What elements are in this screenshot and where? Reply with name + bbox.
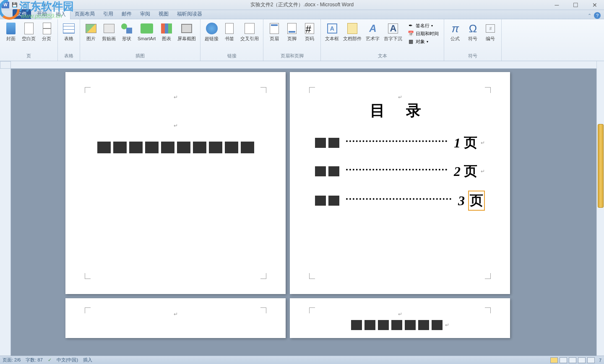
ruler-horizontal[interactable] bbox=[11, 61, 596, 69]
shapes-button[interactable]: 形状 bbox=[118, 21, 135, 42]
margin-corner-icon bbox=[260, 273, 266, 279]
group-text-label: 文本 bbox=[323, 52, 441, 59]
pagenumber-button[interactable]: #页码 bbox=[301, 21, 318, 42]
zoom-level[interactable]: 7 bbox=[599, 358, 601, 363]
tab-pagelayout[interactable]: 页面布局 bbox=[70, 9, 99, 19]
save-icon[interactable]: 💾 bbox=[10, 1, 19, 9]
page-break-icon bbox=[42, 23, 51, 34]
blank-page-button[interactable]: 空白页 bbox=[20, 21, 37, 42]
margin-corner-icon bbox=[309, 273, 315, 279]
ribbon-tabs: 文件 开始 插入 页面布局 引用 邮件 审阅 视图 福昕阅读器 ⌃ ? bbox=[0, 10, 604, 19]
group-illustrations-label: 插图 bbox=[83, 52, 198, 59]
table-icon bbox=[63, 23, 75, 34]
bookmark-button[interactable]: 书签 bbox=[221, 21, 238, 42]
quickparts-button[interactable]: 文档部件 bbox=[341, 21, 363, 42]
view-draft-button[interactable] bbox=[587, 357, 595, 363]
table-button[interactable]: 表格 bbox=[60, 21, 77, 42]
document-page-1[interactable]: ↵ ↵ bbox=[65, 72, 286, 294]
qat-dropdown-icon[interactable]: ▾ bbox=[40, 1, 49, 9]
view-weblayout-button[interactable] bbox=[569, 357, 576, 363]
close-button[interactable]: ✕ bbox=[585, 0, 604, 10]
smartart-button[interactable]: SmartArt bbox=[136, 21, 157, 42]
tab-review[interactable]: 审阅 bbox=[136, 9, 154, 19]
scrollbar-vertical[interactable] bbox=[596, 61, 604, 356]
document-viewport[interactable]: ↵ ↵ ↵ 目 录 1 页 ↵ bbox=[11, 69, 596, 356]
tab-references[interactable]: 引用 bbox=[99, 9, 117, 19]
group-pages: 封面 空白页 分页 页 bbox=[0, 19, 58, 61]
status-page[interactable]: 页面: 2/6 bbox=[3, 357, 21, 363]
text-cursor[interactable]: 页 bbox=[468, 191, 485, 211]
tab-file[interactable]: 文件 bbox=[13, 9, 31, 19]
titlebar: W 💾 ↶ ↷ ▾ 实验文件2（正式文件）.docx - Microsoft W… bbox=[0, 0, 604, 10]
cover-page-button[interactable]: 封面 bbox=[3, 21, 19, 42]
tab-foxit[interactable]: 福昕阅读器 bbox=[173, 9, 206, 19]
undo-icon[interactable]: ↶ bbox=[20, 1, 29, 9]
toc-entry-3: 3 页 bbox=[315, 191, 485, 211]
footer-button[interactable]: 页脚 bbox=[284, 21, 300, 42]
symbol-button[interactable]: Ω符号 bbox=[464, 21, 481, 42]
equation-button[interactable]: π公式 bbox=[447, 21, 463, 42]
redacted-text: ↵ bbox=[313, 320, 487, 330]
view-printlayout-button[interactable] bbox=[550, 357, 558, 363]
quickparts-icon bbox=[347, 23, 357, 34]
shapes-icon bbox=[121, 23, 132, 34]
scrollbar-thumb[interactable] bbox=[598, 124, 604, 208]
status-language[interactable]: 中文(中国) bbox=[57, 357, 78, 363]
tab-mailings[interactable]: 邮件 bbox=[117, 9, 136, 19]
dropcap-button[interactable]: A首字下沉 bbox=[382, 21, 404, 42]
status-mode[interactable]: 插入 bbox=[83, 357, 92, 363]
minimize-button[interactable]: ─ bbox=[547, 0, 566, 10]
datetime-button[interactable]: 📅日期和时间 bbox=[406, 30, 440, 37]
hyperlink-button[interactable]: 超链接 bbox=[203, 21, 220, 42]
document-page-2[interactable]: ↵ 目 录 1 页 ↵ 2 页 ↵ bbox=[290, 72, 510, 294]
dropcap-icon: A bbox=[388, 23, 398, 34]
screenshot-icon bbox=[181, 24, 192, 33]
group-links: 超链接 书签 交叉引用 链接 bbox=[200, 19, 263, 61]
tab-home[interactable]: 开始 bbox=[33, 9, 51, 19]
minimize-ribbon-icon[interactable]: ⌃ bbox=[588, 13, 591, 18]
document-page-4[interactable]: ↵ ↵ bbox=[290, 298, 510, 338]
tab-view[interactable]: 视图 bbox=[154, 9, 173, 19]
clipart-button[interactable]: 剪贴画 bbox=[100, 21, 117, 42]
document-page-3[interactable]: ↵ bbox=[65, 298, 286, 338]
margin-corner-icon bbox=[260, 307, 266, 313]
picture-button[interactable]: 图片 bbox=[83, 21, 99, 42]
status-words[interactable]: 字数: 87 bbox=[26, 357, 42, 363]
pagenumber-icon: # bbox=[305, 23, 314, 34]
screenshot-button[interactable]: 屏幕截图 bbox=[176, 21, 198, 42]
number-button[interactable]: #编号 bbox=[482, 21, 499, 42]
paragraph-mark-icon: ↵ bbox=[445, 322, 449, 328]
signature-icon: ✒ bbox=[407, 22, 414, 29]
margin-corner-icon bbox=[85, 307, 91, 313]
margin-corner-icon bbox=[485, 87, 491, 93]
help-icon[interactable]: ? bbox=[594, 12, 601, 19]
symbol-icon: Ω bbox=[469, 22, 477, 35]
redacted-title bbox=[91, 142, 260, 153]
group-pages-label: 页 bbox=[3, 52, 55, 59]
tab-insert[interactable]: 插入 bbox=[51, 9, 70, 19]
status-proof-icon[interactable]: ✓ bbox=[48, 357, 52, 363]
redo-icon[interactable]: ↷ bbox=[30, 1, 39, 9]
paragraph-mark-icon: ↵ bbox=[174, 94, 178, 100]
chart-button[interactable]: 图表 bbox=[158, 21, 175, 42]
object-icon: ▦ bbox=[407, 38, 414, 45]
header-button[interactable]: 页眉 bbox=[266, 21, 283, 42]
chart-icon bbox=[161, 23, 172, 34]
wordart-button[interactable]: A艺术字 bbox=[364, 21, 381, 42]
paragraph-mark-icon: ↵ bbox=[481, 168, 485, 174]
margin-corner-icon bbox=[260, 87, 266, 93]
textbox-button[interactable]: A文本框 bbox=[323, 21, 341, 42]
crossref-button[interactable]: 交叉引用 bbox=[239, 21, 260, 42]
object-button[interactable]: ▦对象▾ bbox=[406, 38, 440, 45]
paragraph-mark-icon: ↵ bbox=[398, 94, 402, 100]
view-fullscreen-button[interactable] bbox=[560, 357, 567, 363]
window-controls: ─ ☐ ✕ bbox=[547, 0, 604, 10]
view-outline-button[interactable] bbox=[578, 357, 586, 363]
signature-line-button[interactable]: ✒签名行▾ bbox=[406, 22, 440, 29]
group-text: A文本框 文档部件 A艺术字 A首字下沉 ✒签名行▾ 📅日期和时间 ▦对象▾ 文… bbox=[321, 19, 444, 61]
page-break-button[interactable]: 分页 bbox=[38, 21, 55, 42]
maximize-button[interactable]: ☐ bbox=[566, 0, 585, 10]
ruler-vertical[interactable] bbox=[0, 69, 11, 356]
margin-corner-icon bbox=[309, 87, 315, 93]
footer-icon bbox=[287, 23, 297, 34]
